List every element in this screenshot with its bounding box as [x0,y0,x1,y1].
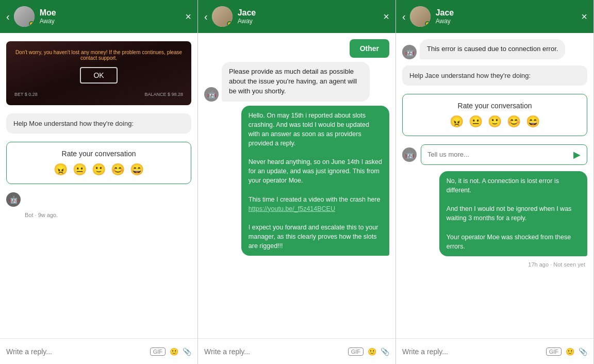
moe-input-area: GIF 🙂 📎 [0,338,197,364]
emoji-smile[interactable]: 😊 [111,163,125,176]
jace2-help-bubble: Help Jace understand how they're doing: [402,65,587,86]
other-choice-row: Other [204,39,389,58]
jace1-status: Away [238,18,384,25]
jace2-feedback-avatar: 🤖 [402,147,417,162]
moe-gif-button[interactable]: GIF [150,348,166,356]
jace2-attach-icon[interactable]: 📎 [579,348,587,356]
jace2-status-indicator [425,21,430,26]
jace1-back-button[interactable]: ‹ [204,11,208,23]
moe-back-button[interactable]: ‹ [6,11,10,23]
jace2-feedback-send-icon[interactable]: ▶ [573,149,581,160]
moe-rate-widget: Rate your conversation 😠 😐 🙂 😊 😄 [6,142,191,184]
jace1-status-indicator [227,21,232,26]
moe-reply-input[interactable] [6,348,146,356]
jace-panel-2: ‹ Jace Away × 🤖 This error is caused due… [396,0,594,364]
jace2-rate-widget: Rate your conversation 😠 😐 🙂 😊 😄 [402,94,587,136]
jace1-avatar [212,6,233,27]
jace2-header: ‹ Jace Away × [396,0,593,33]
jace2-emoji-smile[interactable]: 😊 [507,115,521,128]
jace2-back-button[interactable]: ‹ [402,11,406,23]
game-screenshot-card: Don't worry, you haven't lost any money!… [6,41,191,105]
error-msg-bubble: This error is caused due to connection e… [420,39,565,59]
other-choice-bubble: Other [350,39,389,58]
jace1-attach-icon[interactable]: 📎 [381,348,389,356]
jace1-name: Jace [238,8,384,18]
moe-status: Away [40,18,186,25]
moe-help-bubble: Help Moe understand how they're doing: [6,113,191,134]
game-stats: BET $ 0.28 BALANCE $ 98.28 [14,92,183,97]
moe-rate-title: Rate your conversation [13,150,185,158]
moe-emoji-icon[interactable]: 🙂 [170,348,178,356]
jace2-gif-button[interactable]: GIF [546,348,562,356]
game-error-text: Don't worry, you haven't lost any money!… [14,49,183,61]
agent-msg-bubble: Please provide as much detail as possibl… [222,62,370,102]
emoji-neutral[interactable]: 😐 [73,163,87,176]
jace2-emoji-angry[interactable]: 😠 [450,115,464,128]
emoji-grin[interactable]: 😄 [130,163,144,176]
video-link[interactable]: https://youtu.be/_f5z414BCEU [249,205,335,212]
jace1-messages-area: Other 🤖 Please provide as much detail as… [198,33,395,338]
moe-name: Moe [40,8,186,18]
jace2-avatar [410,6,431,27]
user-long-msg-bubble: Hello. On may 15th i reported about slot… [241,106,389,256]
jace2-name: Jace [436,8,582,18]
agent-msg-row: 🤖 Please provide as much detail as possi… [204,62,389,102]
jace2-feedback-row: 🤖 ▶ [402,142,587,167]
ok-button[interactable]: OK [80,67,117,84]
moe-attach-icon[interactable]: 📎 [183,348,191,356]
jace2-agent-avatar: 🤖 [402,45,417,59]
jace2-status: Away [436,18,582,25]
moe-avatar [14,6,35,27]
jace2-reply-input[interactable] [402,348,542,356]
jace1-agent-avatar: 🤖 [204,87,219,102]
jace2-close-button[interactable]: × [581,11,587,23]
moe-rate-emojis: 😠 😐 🙂 😊 😄 [13,163,185,176]
jace2-input-area: GIF 🙂 📎 [396,338,593,364]
moe-chat-panel: ‹ Moe Away × Don't worry, you haven't lo… [0,0,198,364]
jace-panel-1: ‹ Jace Away × Other 🤖 Please provide as … [198,0,396,364]
emoji-angry[interactable]: 😠 [54,163,68,176]
jace2-timestamp: 17h ago · Not seen yet [402,260,587,269]
jace1-header: ‹ Jace Away × [198,0,395,33]
jace2-user-reply-bubble: No, it is not. A connection is lost erro… [439,171,587,256]
bot-label: Bot · 9w ago. [6,212,191,218]
error-msg-row: 🤖 This error is caused due to connection… [402,39,587,59]
jace2-rate-title: Rate your conversation [409,102,581,110]
bot-row: 🤖 [6,192,191,207]
balance-label: BALANCE $ 98.28 [144,92,183,97]
jace2-emoji-slight-smile[interactable]: 🙂 [488,115,502,128]
jace2-emoji-grin[interactable]: 😄 [526,115,540,128]
jace2-messages-area: 🤖 This error is caused due to connection… [396,33,593,338]
jace1-close-button[interactable]: × [383,11,389,23]
moe-header: ‹ Moe Away × [0,0,197,33]
jace1-reply-input[interactable] [204,348,344,356]
bot-avatar: 🤖 [6,192,21,207]
jace2-user-reply-row: No, it is not. A connection is lost erro… [402,171,587,256]
bet-label: BET $ 0.28 [14,92,38,97]
jace1-emoji-icon[interactable]: 🙂 [368,348,376,356]
moe-status-indicator [29,21,34,26]
emoji-slight-smile[interactable]: 🙂 [92,163,106,176]
jace1-gif-button[interactable]: GIF [348,348,364,356]
jace2-emoji-neutral[interactable]: 😐 [469,115,483,128]
jace2-rate-emojis: 😠 😐 🙂 😊 😄 [409,115,581,128]
moe-close-button[interactable]: × [185,11,191,23]
moe-messages-area: Don't worry, you haven't lost any money!… [0,33,197,338]
jace1-input-area: GIF 🙂 📎 [198,338,395,364]
user-long-msg-row: Hello. On may 15th i reported about slot… [204,106,389,256]
jace2-emoji-icon[interactable]: 🙂 [566,348,574,356]
jace2-feedback-input-container: ▶ [421,144,587,165]
jace2-feedback-input[interactable] [427,151,573,158]
